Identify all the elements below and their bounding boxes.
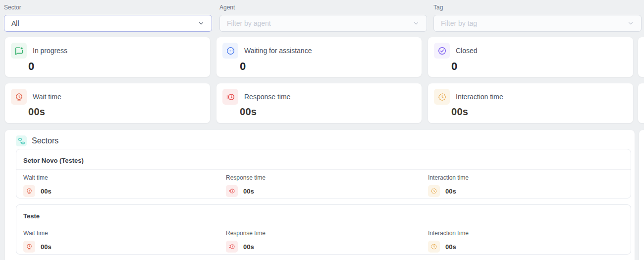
in-progress-value: 0 <box>28 60 210 73</box>
metric-value: 00s <box>41 243 52 251</box>
metric-value: 00s <box>445 243 456 251</box>
sector-metric: Interaction time 00s <box>428 174 624 197</box>
overflow-panel-sliver <box>639 130 644 260</box>
flow-icon <box>16 135 27 146</box>
wait-time-card: Wait time 00s <box>5 83 210 123</box>
tag-select-placeholder: Filter by tag <box>441 19 477 27</box>
sector-select[interactable]: All <box>4 15 212 32</box>
agent-select-placeholder: Filter by agent <box>227 19 271 27</box>
waiting-label: Waiting for assistance <box>244 47 312 55</box>
sector-metric: Response time 00s <box>226 230 428 253</box>
chevron-down-icon <box>627 20 634 27</box>
chevron-down-icon <box>413 20 420 27</box>
sector-metric: Wait time 00s <box>23 174 226 197</box>
agent-select[interactable]: Filter by agent <box>219 15 427 32</box>
metric-value: 00s <box>243 188 254 195</box>
clock-speed-icon <box>226 185 238 197</box>
in-progress-label: In progress <box>33 47 67 55</box>
response-time-value: 00s <box>240 106 422 118</box>
clock-speed-icon <box>226 241 238 253</box>
clock-dashed-icon <box>428 241 440 253</box>
waiting-value: 0 <box>240 60 422 73</box>
metric-label: Wait time <box>23 230 226 237</box>
metric-label: Response time <box>226 174 428 181</box>
metric-value: 00s <box>243 243 254 251</box>
clock-dashed-icon <box>434 89 450 105</box>
tag-select[interactable]: Filter by tag <box>433 15 642 32</box>
response-time-card: Response time 00s <box>216 83 422 123</box>
sector-metric: Wait time 00s <box>23 230 226 253</box>
sector-filter: Sector All <box>4 4 212 32</box>
closed-value: 0 <box>451 60 633 73</box>
tag-filter: Tag Filter by tag <box>433 4 642 32</box>
sector-select-value: All <box>11 19 19 27</box>
metric-label: Wait time <box>23 174 226 181</box>
metric-value: 00s <box>41 188 52 195</box>
sector-metric: Response time 00s <box>226 174 428 197</box>
wait-time-label: Wait time <box>33 93 61 101</box>
overflow-card-sliver <box>638 83 644 123</box>
agent-filter-label: Agent <box>219 4 427 11</box>
closed-label: Closed <box>456 47 478 55</box>
chevron-down-icon <box>198 20 205 27</box>
alarm-clock-icon <box>23 185 35 197</box>
response-time-label: Response time <box>244 93 290 101</box>
alarm-clock-icon <box>23 241 35 253</box>
waiting-card: Waiting for assistance 0 <box>216 37 422 77</box>
clock-speed-icon <box>222 89 238 105</box>
closed-card: Closed 0 <box>428 37 633 77</box>
chat-dot-icon <box>11 43 27 59</box>
interaction-time-value: 00s <box>451 106 633 118</box>
metric-label: Interaction time <box>428 174 624 181</box>
ellipsis-circle-icon <box>222 43 238 59</box>
wait-time-value: 00s <box>28 106 210 118</box>
in-progress-card: In progress 0 <box>5 37 210 77</box>
overflow-card-sliver <box>638 37 644 77</box>
interaction-time-card: Interaction time 00s <box>428 83 633 123</box>
sector-metric: Interaction time 00s <box>428 230 624 253</box>
metric-value: 00s <box>445 188 456 195</box>
tag-filter-label: Tag <box>433 4 642 11</box>
sector-name: Teste <box>16 205 631 225</box>
sectors-title: Sectors <box>32 136 58 145</box>
interaction-time-label: Interaction time <box>456 93 503 101</box>
alarm-clock-icon <box>11 89 27 105</box>
metric-label: Interaction time <box>428 230 624 237</box>
sector-card: Setor Novo (Testes) Wait time 00s Respon… <box>16 149 631 198</box>
check-circle-icon <box>434 43 450 59</box>
clock-dashed-icon <box>428 185 440 197</box>
sectors-panel: Sectors Setor Novo (Testes) Wait time 00… <box>5 130 635 260</box>
sector-card: Teste Wait time 00s Response time <box>16 204 631 255</box>
dashboard: Sector All Agent Filter by agent Tag Fil… <box>0 0 644 260</box>
sector-name: Setor Novo (Testes) <box>16 149 631 169</box>
sector-filter-label: Sector <box>4 4 212 11</box>
agent-filter: Agent Filter by agent <box>219 4 427 32</box>
metric-label: Response time <box>226 230 428 237</box>
